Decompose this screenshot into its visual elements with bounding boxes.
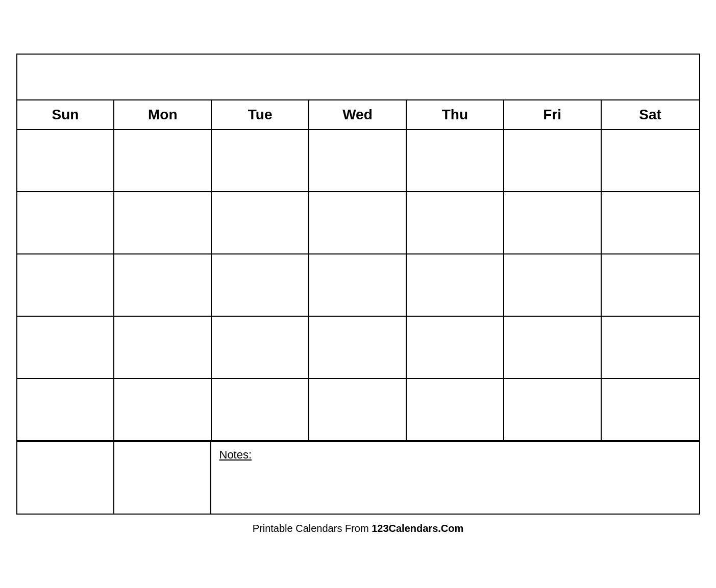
header-thu: Thu — [407, 100, 504, 129]
calendar-cell[interactable] — [212, 192, 309, 253]
notes-row: Notes: — [17, 441, 699, 514]
calendar-cell[interactable] — [407, 254, 504, 316]
calendar-cell[interactable] — [17, 317, 115, 378]
header-sun: Sun — [17, 100, 115, 129]
footer-text-bold: 123Calendars.Com — [372, 523, 463, 534]
footer: Printable Calendars From 123Calendars.Co… — [253, 523, 464, 534]
calendar-row — [17, 317, 699, 379]
header-tue: Tue — [212, 100, 309, 129]
calendar-cell[interactable] — [602, 379, 699, 440]
calendar-cell[interactable] — [407, 192, 504, 253]
notes-cell-empty-1[interactable] — [17, 442, 114, 514]
calendar-cell[interactable] — [309, 254, 407, 316]
calendar-cell[interactable] — [114, 379, 212, 440]
calendar-cell[interactable] — [114, 130, 212, 191]
calendar-cell[interactable] — [602, 254, 699, 316]
calendar-cell[interactable] — [504, 254, 602, 316]
calendar-cell[interactable] — [602, 192, 699, 253]
header-wed: Wed — [309, 100, 407, 129]
calendar: Sun Mon Tue Wed Thu Fri Sat — [16, 54, 700, 515]
calendar-cell[interactable] — [407, 130, 504, 191]
calendar-cell[interactable] — [504, 130, 602, 191]
calendar-row — [17, 130, 699, 192]
calendar-cell[interactable] — [17, 254, 115, 316]
notes-cell-empty-2[interactable] — [114, 442, 211, 514]
calendar-cell[interactable] — [114, 254, 212, 316]
calendar-cell[interactable] — [309, 192, 407, 253]
calendar-cell[interactable] — [114, 192, 212, 253]
calendar-body: Notes: — [17, 130, 699, 514]
notes-content[interactable]: Notes: — [211, 442, 699, 514]
calendar-cell[interactable] — [309, 379, 407, 440]
calendar-cell[interactable] — [504, 379, 602, 440]
calendar-cell[interactable] — [504, 317, 602, 378]
calendar-cell[interactable] — [407, 317, 504, 378]
calendar-cell[interactable] — [504, 192, 602, 253]
calendar-cell[interactable] — [309, 317, 407, 378]
calendar-cell[interactable] — [602, 130, 699, 191]
notes-label: Notes: — [219, 448, 252, 461]
calendar-row — [17, 192, 699, 254]
calendar-cell[interactable] — [212, 379, 309, 440]
header-mon: Mon — [114, 100, 212, 129]
calendar-title — [17, 55, 699, 100]
footer-text-normal: Printable Calendars From — [253, 523, 372, 534]
calendar-cell[interactable] — [212, 130, 309, 191]
calendar-cell[interactable] — [17, 130, 115, 191]
calendar-cell[interactable] — [309, 130, 407, 191]
calendar-row — [17, 379, 699, 441]
calendar-cell[interactable] — [407, 379, 504, 440]
calendar-cell[interactable] — [212, 254, 309, 316]
calendar-cell[interactable] — [602, 317, 699, 378]
calendar-cell[interactable] — [212, 317, 309, 378]
calendar-cell[interactable] — [114, 317, 212, 378]
calendar-row — [17, 254, 699, 317]
calendar-header: Sun Mon Tue Wed Thu Fri Sat — [17, 100, 699, 130]
calendar-cell[interactable] — [17, 192, 115, 253]
header-sat: Sat — [602, 100, 699, 129]
header-fri: Fri — [504, 100, 602, 129]
calendar-cell[interactable] — [17, 379, 115, 440]
